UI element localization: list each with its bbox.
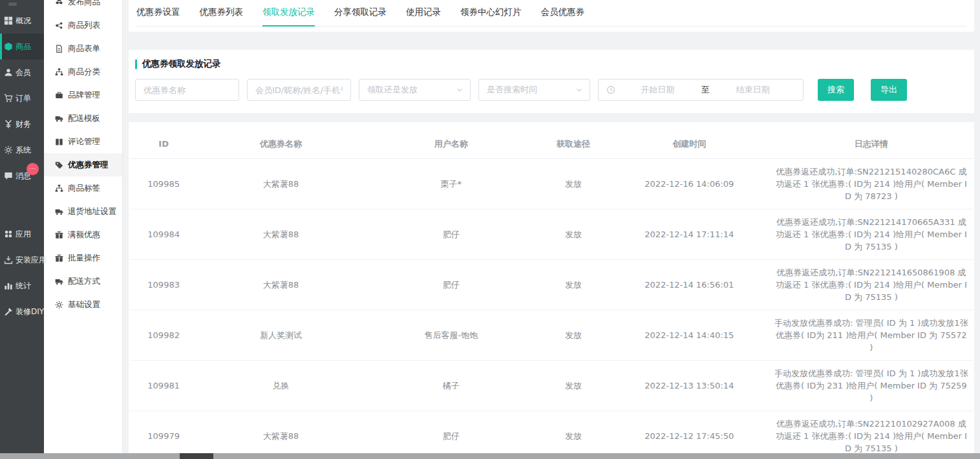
cell-id: 109983 <box>130 259 197 310</box>
gift-icon <box>55 254 63 262</box>
horizontal-scrollbar[interactable] <box>0 453 980 459</box>
end-date-field[interactable]: 结束日期 <box>711 84 796 96</box>
sidebar-item-batch-operation[interactable]: 批量操作 <box>44 246 122 270</box>
tab-coupon-settings[interactable]: 优惠券设置 <box>136 6 180 27</box>
sidebar-item-goods-tag[interactable]: 商品标签 <box>44 176 122 200</box>
chevron-down-icon <box>575 86 583 94</box>
member-search-input[interactable] <box>247 79 351 101</box>
sidebar-item-system[interactable]: 系统 <box>0 137 44 163</box>
briefcase-icon <box>55 91 63 100</box>
table-row: 109983 大紫薯88 肥仔 发放 2022-12-14 16:56:01 优… <box>130 259 973 310</box>
cell-user: 售后客服-饱饱 <box>365 310 538 360</box>
horizontal-scrollbar-thumb[interactable] <box>180 453 213 459</box>
sidebar-item-label: 批量操作 <box>68 253 100 264</box>
sidebar-item-publish-goods[interactable]: 发布商品 <box>44 0 122 14</box>
section-title-text: 优惠券领取发放记录 <box>142 58 221 70</box>
sidebar-item-goods-category[interactable]: 商品分类 <box>44 60 122 83</box>
cell-coupon: 大紫薯88 <box>197 259 364 310</box>
sidebar-item-shipping-method[interactable]: 配送方式 <box>44 270 122 293</box>
secondary-sidebar: 发布商品 商品列表 商品表单 商品分类 品牌管理 配送模板 评论管理 优惠券管理… <box>44 0 123 459</box>
cell-created: 2022-12-12 17:45:50 <box>609 411 770 459</box>
sidebar-item-brand[interactable]: 品牌管理 <box>44 83 122 107</box>
export-button[interactable]: 导出 <box>871 79 907 101</box>
table-row: 109985 大紫薯88 栗子* 发放 2022-12-16 14:06:09 … <box>130 158 973 209</box>
cell-id: 109979 <box>130 411 197 459</box>
sidebar-item-finance[interactable]: 财务 <box>0 111 44 137</box>
sidebar-item-label: 优惠券管理 <box>68 160 109 171</box>
sidebar-item-order[interactable]: 订单 <box>0 85 44 111</box>
sidebar-item-app[interactable]: 应用 <box>0 221 44 247</box>
tabs-bar: 优惠券设置 优惠券列表 领取发放记录 分享领取记录 使用记录 领券中心幻灯片 会… <box>129 0 974 32</box>
columns-icon <box>55 138 63 146</box>
table-header-row: ID 优惠券名称 用户名称 获取途径 创建时间 日志详情 <box>130 130 973 158</box>
cell-channel: 发放 <box>538 259 609 310</box>
sidebar-item-label: 会员 <box>16 67 31 78</box>
sidebar-item-basic-settings[interactable]: 基础设置 <box>44 293 122 316</box>
sidebar-item-comments[interactable]: 评论管理 <box>44 130 122 153</box>
tab-member-coupons[interactable]: 会员优惠券 <box>541 6 585 27</box>
title-accent-bar <box>135 59 137 69</box>
message-icon <box>4 171 13 180</box>
search-time-select[interactable]: 是否搜索时间 <box>478 79 590 101</box>
sidebar-item-goods[interactable]: 商品 <box>0 34 44 59</box>
sidebar-item-label: 概况 <box>16 16 31 27</box>
cell-coupon: 兑换 <box>197 360 364 411</box>
sidebar-item-stats[interactable]: 统计 <box>0 273 44 299</box>
sidebar-item-return-address[interactable]: 退货地址设置 <box>44 200 122 223</box>
cell-user: 肥仔 <box>365 411 538 459</box>
receive-or-grant-select[interactable]: 领取还是发放 <box>359 79 471 101</box>
sidebar-item-member[interactable]: 会员 <box>0 59 44 85</box>
truck-icon <box>55 114 63 123</box>
sidebar-item-label: 商品 <box>16 41 31 52</box>
sidebar-item-diy[interactable]: 装修DIY <box>0 299 44 325</box>
cell-created: 2022-12-14 14:40:15 <box>609 310 770 360</box>
tab-receive-grant-records[interactable]: 领取发放记录 <box>262 6 315 27</box>
cell-user: 肥仔 <box>365 209 538 259</box>
records-table-card: ID 优惠券名称 用户名称 获取途径 创建时间 日志详情 109985 大紫薯8… <box>129 122 974 459</box>
tab-share-receive-records[interactable]: 分享领取记录 <box>334 6 387 27</box>
col-log-detail: 日志详情 <box>770 130 973 158</box>
sidebar-item-goods-list[interactable]: 商品列表 <box>44 14 122 37</box>
sidebar-item-label: 应用 <box>16 229 31 240</box>
sidebar-item-full-discount[interactable]: 满额优惠 <box>44 223 122 246</box>
sidebar-item-message[interactable]: 消息 ··· <box>0 163 44 189</box>
sidebar-item-install-app[interactable]: 安装应用 <box>0 247 44 273</box>
sidebar-item-label: 商品表单 <box>68 43 100 54</box>
sidebar-item-goods-form[interactable]: 商品表单 <box>44 37 122 60</box>
cell-user: 橘子 <box>365 360 538 411</box>
sidebar-item-label: 满额优惠 <box>68 230 100 240</box>
sidebar-item-label: 统计 <box>16 281 31 292</box>
cell-channel: 发放 <box>538 158 609 209</box>
sidebar-item-shipping-template[interactable]: 配送模板 <box>44 107 122 130</box>
sidebar-item-label: 退货地址设置 <box>68 206 116 217</box>
sidebar-item-overview[interactable]: 概况 <box>0 8 44 34</box>
sidebar-item-label: 配送模板 <box>68 113 100 124</box>
cell-created: 2022-12-16 14:06:09 <box>609 158 770 209</box>
cell-coupon: 新人奖测试 <box>197 310 364 360</box>
sidebar-item-label: 财务 <box>16 119 31 130</box>
search-button[interactable]: 搜索 <box>818 79 854 101</box>
sidebar-item-coupon-management[interactable]: 优惠券管理 <box>44 153 122 176</box>
date-separator: 至 <box>700 84 711 96</box>
tab-usage-records[interactable]: 使用记录 <box>406 6 441 27</box>
date-range-picker[interactable]: 开始日期 至 结束日期 <box>598 79 804 101</box>
app-icon <box>4 230 13 239</box>
tab-coupon-center-slides[interactable]: 领券中心幻灯片 <box>460 6 522 27</box>
cell-id: 109981 <box>130 360 197 411</box>
sidebar-item-label: 基础设置 <box>68 299 100 310</box>
chevron-down-icon <box>456 86 463 94</box>
sidebar-item-label: 品牌管理 <box>68 90 100 101</box>
coupon-name-input[interactable] <box>135 79 239 101</box>
cell-id: 109985 <box>130 158 197 209</box>
overview-icon <box>4 16 13 25</box>
cell-created: 2022-12-13 13:50:14 <box>609 360 770 411</box>
tab-coupon-list[interactable]: 优惠券列表 <box>200 6 244 27</box>
cell-created: 2022-12-14 17:11:14 <box>609 209 770 259</box>
col-id: ID <box>130 130 197 158</box>
cell-log: 优惠券返还成功,订单:SN221214170665A331 成功返还 1 张优惠… <box>770 209 973 259</box>
cell-coupon: 大紫薯88 <box>197 209 364 259</box>
start-date-field[interactable]: 开始日期 <box>615 84 700 96</box>
primary-sidebar: 概况 商品 会员 订单 财务 系统 消息 ··· 应用 安装应用 统计 装修DI… <box>0 0 44 459</box>
sidebar-item-partial[interactable] <box>8 3 17 6</box>
cell-user: 栗子* <box>365 158 538 209</box>
